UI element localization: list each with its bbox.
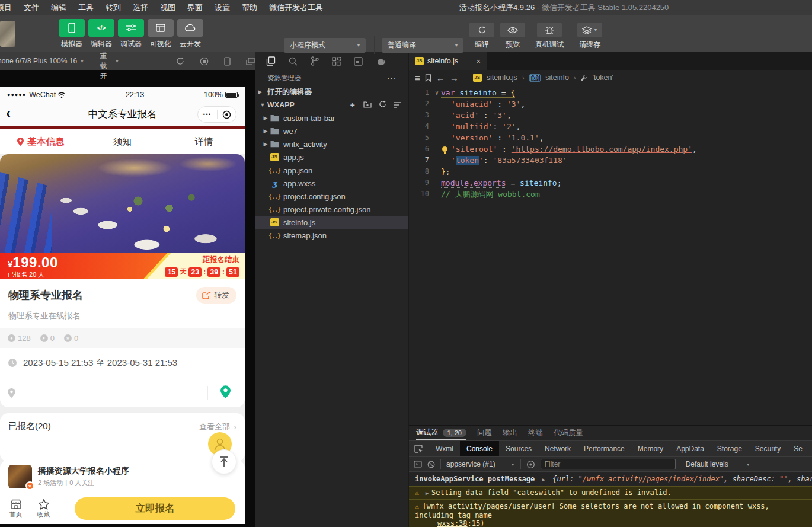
stop-icon[interactable] <box>200 57 209 66</box>
code-link[interactable]: 'https://demo.ttbobo.com/app/index.php' <box>512 145 692 154</box>
device-debug-button[interactable]: 真机调试 <box>531 23 568 50</box>
console-warning-row[interactable]: ⚠[wnfx_activity/pages/user/user] Some se… <box>409 500 812 527</box>
tree-file-app-json[interactable]: {..} app.json <box>255 164 408 177</box>
home-tab[interactable]: 首页 <box>9 499 22 519</box>
tab-notice[interactable]: 须知 <box>82 136 164 148</box>
editor-tab-siteinfo[interactable]: JS siteinfo.js × <box>409 52 487 70</box>
menu-settings[interactable]: 设置 <box>209 0 236 15</box>
tree-file-project-private-config[interactable]: {..} project.private.config.json <box>255 203 408 216</box>
extensions-icon[interactable] <box>332 57 341 66</box>
preview-button[interactable]: 预览 <box>500 23 525 50</box>
devtab-storage[interactable]: Storage <box>711 441 749 456</box>
tab-debugger[interactable]: 调试器 1, 20 <box>416 426 466 440</box>
cloud-dev-button[interactable]: 云开发 <box>175 19 205 49</box>
tab-code-quality[interactable]: 代码质量 <box>554 426 583 440</box>
close-tab-icon[interactable]: × <box>476 57 481 66</box>
console-sidebar-icon[interactable] <box>414 461 422 468</box>
npm-panel-icon[interactable] <box>354 57 363 66</box>
mode-dropdown[interactable]: 小程序模式 ▼ <box>284 38 366 53</box>
devtab-console[interactable]: Console <box>460 441 499 456</box>
tab-basic-info[interactable]: 基本信息 <box>0 136 82 148</box>
devtab-sources[interactable]: Sources <box>499 441 538 456</box>
devtab-sensor[interactable]: Se <box>787 441 809 456</box>
inspect-element-icon[interactable] <box>409 441 429 456</box>
tree-folder-wnfx-activity[interactable]: ▶ wnfx_activity <box>255 138 408 151</box>
open-editors-section[interactable]: ▶ 打开的编辑器 <box>255 85 408 98</box>
new-folder-icon[interactable] <box>363 100 372 110</box>
compile-button[interactable]: 编译 <box>469 23 494 50</box>
tree-file-sitemap-json[interactable]: {..} sitemap.json <box>255 229 408 242</box>
breadcrumb-symbol[interactable]: siteinfo <box>545 74 569 82</box>
user-avatar[interactable] <box>0 21 15 47</box>
breadcrumb-property[interactable]: 'token' <box>593 74 613 82</box>
map-pin-icon[interactable] <box>220 385 231 398</box>
simulator-toggle-button[interactable]: 模拟器 <box>57 19 87 49</box>
log-levels-dropdown[interactable]: Default levels ▼ <box>686 460 750 468</box>
visualizer-toggle-button[interactable]: 可视化 <box>146 19 175 49</box>
back-button[interactable]: ‹ <box>6 105 11 122</box>
multi-window-icon[interactable] <box>246 58 255 65</box>
debugger-toggle-button[interactable]: 调试器 <box>116 19 146 49</box>
devtab-performance[interactable]: Performance <box>577 441 631 456</box>
lightbulb-icon[interactable] <box>442 146 447 152</box>
console-log-row[interactable]: invokeAppService postMessage ▶ {url: "/w… <box>409 473 812 486</box>
devtab-memory[interactable]: Memory <box>631 441 670 456</box>
close-minibar-button[interactable] <box>218 110 236 119</box>
view-all-link[interactable]: 查看全部 › <box>199 421 236 432</box>
menu-edit[interactable]: 编辑 <box>45 0 72 15</box>
tab-terminal[interactable]: 终端 <box>528 426 543 440</box>
editor-toggle-button[interactable]: </> 编辑器 <box>87 19 116 49</box>
menu-project[interactable]: 项目 <box>0 0 18 15</box>
compile-mode-dropdown[interactable]: 普通编译 ▼ <box>382 38 463 53</box>
tree-folder-custom-tab-bar[interactable]: ▶ custom-tab-bar <box>255 111 408 124</box>
tab-problems[interactable]: 问题 <box>477 426 492 440</box>
restart-icon[interactable] <box>176 57 184 65</box>
expand-icon[interactable]: ▶ <box>542 477 545 483</box>
list-icon[interactable]: ≡ <box>415 73 420 83</box>
enroll-now-button[interactable]: 立即报名 <box>75 497 235 520</box>
tab-output[interactable]: 输出 <box>503 426 517 440</box>
devtab-appdata[interactable]: AppData <box>670 441 711 456</box>
organizer-card[interactable]: v 播播资源大学报名小程序 2 场活动丨0 人关注 <box>0 460 245 493</box>
back-to-top-button[interactable] <box>212 449 236 474</box>
project-root[interactable]: ▼ WXAPP ＋ <box>255 98 408 111</box>
search-icon[interactable] <box>289 57 298 66</box>
fold-icon[interactable]: ∨ <box>433 87 441 98</box>
collapse-all-icon[interactable] <box>394 100 401 110</box>
menu-help[interactable]: 帮助 <box>236 0 263 15</box>
context-selector[interactable]: appservice (#1) ▼ <box>446 460 515 468</box>
console-warning-row[interactable]: ⚠▶Setting data field "cateswitch" to und… <box>409 486 812 500</box>
bookmark-icon[interactable] <box>425 74 431 82</box>
device-selector[interactable]: hone 6/7/8 Plus 100% 16 <box>0 57 77 65</box>
back-arrow-icon[interactable]: ← <box>436 73 445 83</box>
clear-console-icon[interactable] <box>427 461 435 468</box>
clear-cache-button[interactable]: ▼ 清缓存 <box>574 23 606 50</box>
refresh-icon[interactable] <box>379 100 386 110</box>
devtab-network[interactable]: Network <box>538 441 577 456</box>
devtab-wxml[interactable]: Wxml <box>429 441 460 456</box>
explorer-menu-button[interactable]: ··· <box>387 74 397 82</box>
source-link[interactable]: wxss:38 <box>437 519 468 527</box>
tree-file-app-wxss[interactable]: ʒ app.wxss <box>255 177 408 190</box>
git-branch-icon[interactable] <box>311 56 319 66</box>
tab-detail[interactable]: 详情 <box>163 136 245 148</box>
share-button[interactable]: 转发 <box>196 287 236 304</box>
expand-icon[interactable]: ▶ <box>426 490 429 496</box>
menu-goto[interactable]: 转到 <box>100 0 127 15</box>
devtab-security[interactable]: Security <box>749 441 787 456</box>
forward-arrow-icon[interactable]: → <box>450 73 459 83</box>
code-editor[interactable]: 1∨var siteinfo = { 2'uniacid' : '3', 3'a… <box>409 85 812 425</box>
eye-icon[interactable] <box>526 460 535 469</box>
console-filter-input[interactable] <box>541 459 676 469</box>
tree-file-siteinfo-js[interactable]: JS siteinfo.js <box>255 216 408 229</box>
menu-view[interactable]: 视图 <box>154 0 181 15</box>
files-icon[interactable] <box>266 56 276 66</box>
favorite-tab[interactable]: 收藏 <box>37 499 50 519</box>
menu-select[interactable]: 选择 <box>127 0 154 15</box>
phone-view-icon[interactable] <box>224 57 231 66</box>
new-file-icon[interactable]: ＋ <box>349 100 357 110</box>
teapot-icon[interactable] <box>376 58 386 65</box>
menu-file[interactable]: 文件 <box>18 0 45 15</box>
breadcrumb-file[interactable]: siteinfo.js <box>487 74 517 82</box>
more-button[interactable]: ••• <box>198 111 217 117</box>
